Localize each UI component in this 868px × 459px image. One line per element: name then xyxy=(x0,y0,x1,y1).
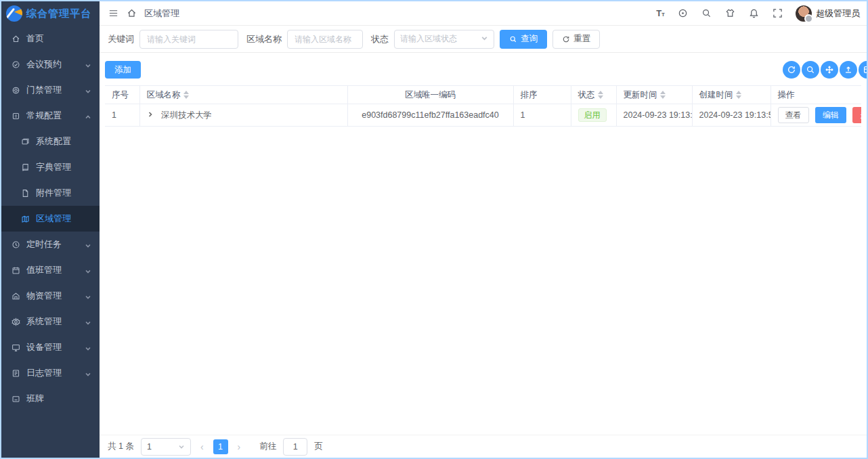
next-page-button[interactable]: › xyxy=(235,441,244,452)
sort-caret-icon[interactable] xyxy=(736,91,741,99)
edit-button[interactable]: 编辑 xyxy=(815,107,846,123)
status-select[interactable]: 请输入区域状态 xyxy=(394,30,494,49)
sidebar-item-duty[interactable]: 值班管理 xyxy=(1,257,100,283)
system-icon xyxy=(11,317,20,326)
sidebar-item-timer[interactable]: 定时任务 xyxy=(1,232,100,257)
sidebar-menu: 首页 会议预约 门禁管理 常规配置 系统配置 xyxy=(1,26,100,458)
chevron-down-icon xyxy=(85,292,91,299)
sidebar-item-label: 字典管理 xyxy=(36,161,91,173)
goto-page-input[interactable] xyxy=(283,438,307,456)
move-button[interactable] xyxy=(821,61,838,79)
sort-caret-icon[interactable] xyxy=(183,91,189,99)
sidebar-item-dictionary[interactable]: 字典管理 xyxy=(1,154,100,180)
top-navbar: 区域管理 TT 超级管理员 xyxy=(100,1,867,26)
chevron-down-icon xyxy=(85,344,91,351)
user-menu[interactable]: 超级管理员 xyxy=(796,5,860,22)
cell-status: 启用 xyxy=(571,104,616,127)
filter-bar: 关键词 区域名称 状态 请输入区域状态 查询 重置 xyxy=(100,26,867,53)
sidebar-item-region[interactable]: 区域管理 xyxy=(1,206,100,232)
breadcrumb[interactable]: 区域管理 xyxy=(144,7,179,20)
page-size-select[interactable]: 1 xyxy=(141,438,191,456)
sidebar-item-supplies[interactable]: 物资管理 xyxy=(1,283,100,309)
font-size-icon[interactable]: TT xyxy=(656,8,665,18)
search-icon[interactable] xyxy=(701,7,712,19)
sort-caret-icon[interactable] xyxy=(660,91,666,99)
column-header-region-name[interactable]: 区域名称 xyxy=(139,86,347,104)
guide-icon[interactable] xyxy=(677,7,689,19)
cell-sort: 1 xyxy=(513,104,571,127)
sidebar-item-device[interactable]: 设备管理 xyxy=(1,334,100,360)
region-name-text: 深圳技术大学 xyxy=(161,110,212,120)
prev-page-button[interactable]: ‹ xyxy=(198,441,207,452)
sidebar-item-meeting[interactable]: 会议预约 xyxy=(1,51,100,77)
chevron-up-icon xyxy=(85,112,91,119)
board-icon xyxy=(11,394,20,403)
chevron-down-icon xyxy=(85,241,91,248)
logo-icon xyxy=(6,5,22,22)
search-button-label: 查询 xyxy=(521,33,538,45)
sidebar-item-label: 系统配置 xyxy=(36,135,91,148)
sidebar-item-general-config[interactable]: 常规配置 xyxy=(1,103,100,129)
refresh-button[interactable] xyxy=(783,61,800,79)
breadcrumb-home-icon[interactable] xyxy=(126,7,137,19)
table-row: 1 深圳技术大学 e903fd68799c11efb27ffa163eadfc4… xyxy=(105,104,861,127)
view-button[interactable]: 查看 xyxy=(778,107,809,123)
reset-button[interactable]: 重置 xyxy=(552,30,600,49)
chevron-down-icon xyxy=(85,370,91,376)
pagination-bar: 共 1 条 1 ‹ 1 › 前往 页 xyxy=(100,435,867,458)
status-label: 状态 xyxy=(371,33,389,45)
sidebar: 综合管理平台 首页 会议预约 门禁管理 常规配置 xyxy=(1,1,100,458)
dictionary-icon xyxy=(20,162,30,172)
chevron-down-icon xyxy=(481,35,488,44)
access-control-icon xyxy=(11,85,20,95)
sidebar-item-access-control[interactable]: 门禁管理 xyxy=(1,77,100,103)
region-icon xyxy=(20,214,30,223)
table-toolbar xyxy=(783,61,867,79)
sidebar-item-label: 物资管理 xyxy=(26,290,85,302)
meeting-icon xyxy=(11,60,20,69)
sidebar-item-label: 门禁管理 xyxy=(26,84,85,96)
column-header-actions: 操作 xyxy=(771,86,861,104)
cell-created: 2024-09-23 19:13:50 xyxy=(692,104,771,127)
cell-code: e903fd68799c11efb27ffa163eadfc40 xyxy=(347,104,513,127)
sidebar-item-system[interactable]: 系统管理 xyxy=(1,309,100,334)
column-settings-button[interactable] xyxy=(859,61,867,79)
page-number-button[interactable]: 1 xyxy=(213,439,228,454)
app-title: 综合管理平台 xyxy=(26,7,91,20)
search-toggle-button[interactable] xyxy=(802,61,819,79)
fullscreen-icon[interactable] xyxy=(772,7,783,19)
delete-button[interactable]: 删除 xyxy=(852,107,861,123)
column-header-status[interactable]: 状态 xyxy=(571,86,616,104)
cell-actions: 查看 编辑 删除 xyxy=(771,104,861,127)
sidebar-item-system-config[interactable]: 系统配置 xyxy=(1,129,100,154)
sidebar-item-log[interactable]: 日志管理 xyxy=(1,360,100,386)
sidebar-item-board[interactable]: 班牌 xyxy=(1,386,100,412)
sidebar-item-label: 日志管理 xyxy=(26,367,85,379)
main-area: 区域管理 TT 超级管理员 关键词 区域名称 状态 xyxy=(100,1,867,458)
column-header-created[interactable]: 创建时间 xyxy=(692,86,771,104)
notification-bell-icon[interactable] xyxy=(748,7,760,19)
sidebar-item-label: 首页 xyxy=(26,32,91,45)
theme-icon[interactable] xyxy=(724,7,736,19)
column-header-updated[interactable]: 更新时间 xyxy=(616,86,692,104)
cell-region-name: 深圳技术大学 xyxy=(139,104,347,127)
column-header-index: 序号 xyxy=(105,86,139,104)
supplies-icon xyxy=(11,291,20,301)
sidebar-item-label: 常规配置 xyxy=(26,110,85,122)
device-icon xyxy=(11,343,20,352)
sidebar-item-attachment[interactable]: 附件管理 xyxy=(1,180,100,206)
sidebar-item-label: 设备管理 xyxy=(26,341,85,353)
export-button[interactable] xyxy=(840,61,857,79)
region-name-input[interactable] xyxy=(287,30,363,49)
keyword-input[interactable] xyxy=(139,30,238,49)
sort-caret-icon[interactable] xyxy=(598,91,603,99)
chevron-down-icon xyxy=(85,318,91,325)
general-config-icon xyxy=(11,111,20,121)
app-window: 综合管理平台 首页 会议预约 门禁管理 常规配置 xyxy=(0,0,868,459)
add-button[interactable]: 添加 xyxy=(105,61,141,79)
sidebar-item-home[interactable]: 首页 xyxy=(1,26,100,51)
search-button[interactable]: 查询 xyxy=(500,30,547,49)
expand-row-icon[interactable] xyxy=(147,111,154,118)
chevron-down-icon xyxy=(85,267,91,274)
collapse-sidebar-icon[interactable] xyxy=(108,7,119,19)
